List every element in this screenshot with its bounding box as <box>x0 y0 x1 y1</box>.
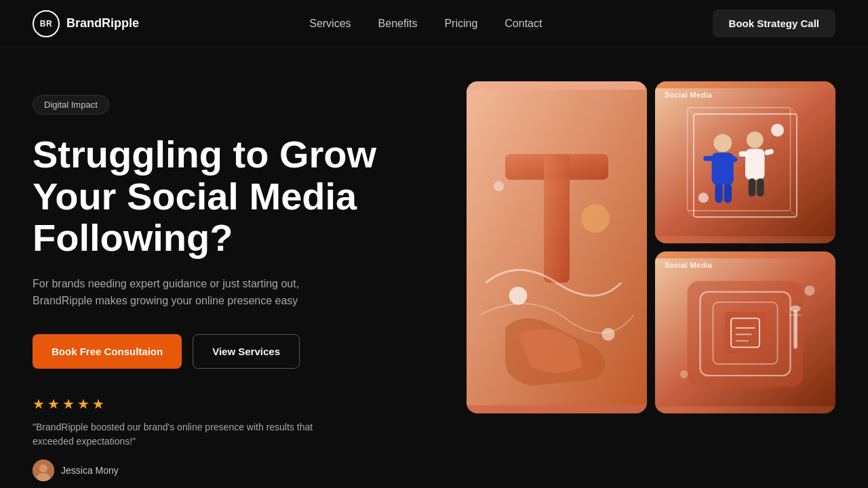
svg-point-6 <box>581 204 610 232</box>
star-2: ★ <box>47 396 60 412</box>
svg-point-1 <box>39 464 47 472</box>
svg-rect-22 <box>724 184 732 203</box>
reviewer-name: Jessica Mony <box>61 465 119 476</box>
nav-item-contact[interactable]: Contact <box>505 18 542 29</box>
hero-title-line3: Following? <box>33 216 233 259</box>
svg-point-40 <box>804 285 814 296</box>
view-services-button[interactable]: View Services <box>193 334 300 369</box>
svg-point-7 <box>509 287 528 305</box>
svg-point-17 <box>713 134 732 152</box>
nav-links: Services Benefits Pricing Contact <box>309 18 542 30</box>
svg-rect-27 <box>749 178 755 197</box>
svg-rect-21 <box>715 184 722 203</box>
card-label-bottom-right: Social Media <box>665 261 712 269</box>
hero-title: Struggling to Grow Your Social Media Fol… <box>33 134 426 259</box>
hero-badge: Digital Impact <box>33 95 109 115</box>
nav-item-pricing[interactable]: Pricing <box>444 18 477 29</box>
hero-reviewer: Jessica Mony <box>33 460 426 481</box>
image-card-top-right: Social Media <box>655 81 835 243</box>
svg-rect-24 <box>745 149 765 180</box>
nav-item-benefits[interactable]: Benefits <box>378 18 418 29</box>
svg-rect-5 <box>544 154 570 283</box>
book-strategy-call-button[interactable]: Book Strategy Call <box>713 9 835 37</box>
image-card-tall <box>467 81 647 413</box>
svg-rect-19 <box>703 156 713 161</box>
star-5: ★ <box>92 396 104 412</box>
card-label-top-right: Social Media <box>665 91 712 99</box>
nav-item-services[interactable]: Services <box>309 18 351 29</box>
avatar <box>33 460 54 481</box>
svg-point-23 <box>747 131 764 148</box>
svg-point-8 <box>602 328 615 341</box>
hero-content: Digital Impact Struggling to Grow Your S… <box>33 88 426 481</box>
star-4: ★ <box>77 396 90 412</box>
hero-review-text: "BrandRipple boosted our brand's online … <box>33 420 344 449</box>
svg-rect-42 <box>793 310 797 348</box>
hero-section: Digital Impact Struggling to Grow Your S… <box>0 47 868 488</box>
svg-point-41 <box>680 371 688 378</box>
logo: BR BrandRipple <box>33 10 139 37</box>
logo-icon: BR <box>33 10 60 37</box>
svg-point-9 <box>494 181 504 191</box>
book-consultation-button[interactable]: Book Free Consultaion <box>33 334 182 369</box>
hero-buttons: Book Free Consultaion View Services <box>33 334 426 369</box>
hero-image-grid: Social Media <box>467 81 835 413</box>
svg-point-43 <box>791 306 801 312</box>
svg-rect-28 <box>757 178 764 197</box>
hero-subtitle: For brands needing expert guidance or ju… <box>33 275 358 310</box>
svg-point-29 <box>771 124 784 137</box>
hero-title-line1: Struggling to Grow <box>33 133 376 176</box>
brand-name: BrandRipple <box>66 16 139 30</box>
image-card-bottom-right: Social Media <box>655 251 835 413</box>
star-1: ★ <box>33 396 45 412</box>
hero-title-line2: Your Social Media <box>33 175 357 218</box>
svg-point-30 <box>698 192 709 203</box>
star-rating: ★ ★ ★ ★ ★ <box>33 396 426 412</box>
navbar: BR BrandRipple Services Benefits Pricing… <box>0 0 868 47</box>
star-3: ★ <box>62 396 75 412</box>
svg-rect-25 <box>739 151 748 157</box>
